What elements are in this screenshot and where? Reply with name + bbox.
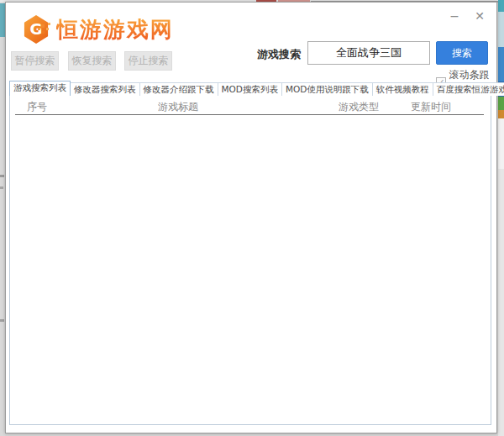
desktop-artifact (498, 110, 504, 118)
tab-software-video-tutorials[interactable]: 软件视频教程 (372, 82, 433, 96)
results-table-body (10, 115, 491, 424)
desktop-artifact (0, 175, 4, 177)
desktop-artifact (498, 12, 504, 47)
tab-trainer-search-list[interactable]: 修改器搜索列表 (70, 82, 140, 96)
brand-title: 恒游游戏网 (56, 15, 174, 45)
desktop-artifact (498, 169, 504, 436)
desktop-artifact (498, 47, 504, 81)
desktop-artifact (498, 97, 504, 110)
tab-trainer-intro-download[interactable]: 修改器介绍跟下载 (139, 82, 218, 96)
search-input[interactable] (307, 41, 430, 65)
tab-bar: 游戏搜索列表 修改器搜索列表 修改器介绍跟下载 MOD搜索列表 MOD使用说明跟… (9, 81, 504, 96)
window-controls: − ✕ (446, 8, 488, 24)
desktop-artifact (0, 319, 4, 322)
tab-baidu-search-hot-games[interactable]: 百度搜索恒游游戏网下载热门单机游戏 (433, 82, 504, 96)
pixel-dot (41, 24, 45, 28)
minimize-button[interactable]: − (446, 8, 463, 24)
column-header-title: 游戏标题 (158, 100, 198, 114)
tab-mod-search-list[interactable]: MOD搜索列表 (218, 82, 282, 96)
pixel-dot (48, 23, 50, 25)
column-header-seq: 序号 (27, 100, 47, 114)
search-label: 游戏搜索 (257, 47, 301, 62)
tab-mod-instructions-download[interactable]: MOD使用说明跟下载 (281, 82, 373, 96)
logo-pixel-dots (34, 19, 53, 38)
desktop-artifact (0, 186, 3, 189)
search-button[interactable]: 搜索 (436, 41, 488, 65)
app-window: G 恒游游戏网 − ✕ 游戏搜索 搜索 ✓ 滚动条跟随 暂停搜索 恢复搜索 停止… (5, 2, 497, 433)
close-button[interactable]: ✕ (471, 8, 488, 24)
stop-search-button[interactable]: 停止搜索 (124, 51, 172, 71)
app-logo: G 恒游游戏网 (23, 13, 174, 46)
desktop-artifact (498, 118, 504, 169)
pause-search-button[interactable]: 暂停搜索 (11, 51, 59, 71)
tab-game-search-list[interactable]: 游戏搜索列表 (9, 81, 71, 96)
pixel-dot (42, 31, 45, 34)
desktop-artifact (498, 0, 504, 12)
pixel-dot (38, 28, 40, 30)
column-header-time: 更新时间 (411, 100, 451, 114)
resume-search-button[interactable]: 恢复搜索 (68, 51, 116, 71)
pixel-dot (46, 28, 49, 30)
column-header-type: 游戏类型 (339, 100, 379, 114)
results-panel: 序号 游戏标题 游戏类型 更新时间 (9, 95, 491, 425)
